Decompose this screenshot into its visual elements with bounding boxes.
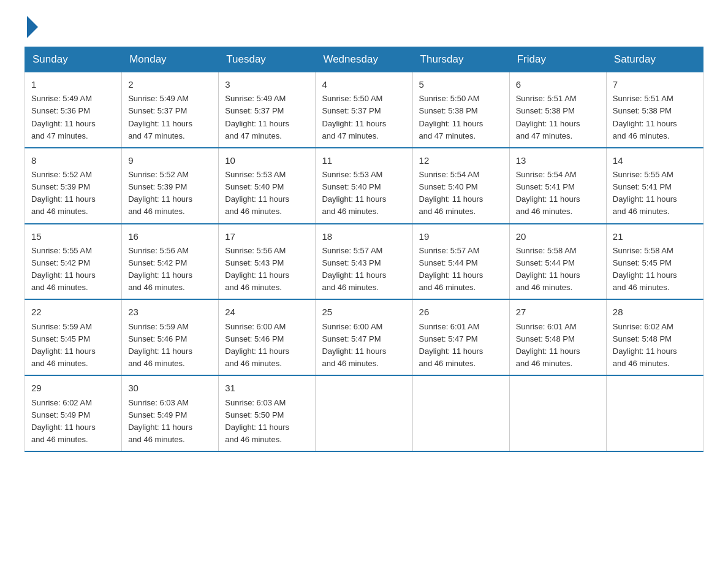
calendar-day-cell: 25Sunrise: 6:00 AMSunset: 5:47 PMDayligh…: [316, 299, 412, 375]
calendar-day-cell: 12Sunrise: 5:54 AMSunset: 5:40 PMDayligh…: [412, 148, 509, 224]
calendar-day-cell: 28Sunrise: 6:02 AMSunset: 5:48 PMDayligh…: [606, 299, 703, 375]
calendar-day-cell: [412, 375, 509, 451]
calendar-week-row: 22Sunrise: 5:59 AMSunset: 5:45 PMDayligh…: [25, 299, 703, 375]
day-number: 15: [31, 229, 115, 243]
day-number: 30: [128, 381, 212, 395]
day-details: Sunrise: 5:54 AMSunset: 5:41 PMDaylight:…: [516, 169, 600, 218]
calendar-day-cell: 29Sunrise: 6:02 AMSunset: 5:49 PMDayligh…: [25, 375, 122, 451]
day-number: 14: [613, 153, 697, 167]
day-of-week-header: Monday: [122, 47, 219, 72]
day-number: 5: [419, 77, 503, 91]
day-of-week-header: Saturday: [606, 47, 703, 72]
day-number: 26: [419, 305, 503, 319]
logo-triangle-icon: [27, 16, 38, 38]
day-details: Sunrise: 5:52 AMSunset: 5:39 PMDaylight:…: [31, 169, 115, 218]
day-details: Sunrise: 6:02 AMSunset: 5:48 PMDaylight:…: [613, 321, 697, 370]
calendar-day-cell: 17Sunrise: 5:56 AMSunset: 5:43 PMDayligh…: [219, 224, 316, 300]
day-number: 29: [31, 381, 115, 395]
calendar-day-cell: 8Sunrise: 5:52 AMSunset: 5:39 PMDaylight…: [25, 148, 122, 224]
day-number: 11: [322, 153, 406, 167]
day-details: Sunrise: 6:03 AMSunset: 5:49 PMDaylight:…: [128, 397, 212, 446]
calendar-day-cell: [509, 375, 606, 451]
day-number: 6: [516, 77, 600, 91]
day-number: 20: [516, 229, 600, 243]
day-details: Sunrise: 6:01 AMSunset: 5:48 PMDaylight:…: [516, 321, 600, 370]
calendar-day-cell: 6Sunrise: 5:51 AMSunset: 5:38 PMDaylight…: [509, 72, 606, 148]
day-of-week-header: Thursday: [412, 47, 509, 72]
calendar-day-cell: 15Sunrise: 5:55 AMSunset: 5:42 PMDayligh…: [25, 224, 122, 300]
calendar-table: SundayMondayTuesdayWednesdayThursdayFrid…: [25, 47, 703, 452]
page-header: [25, 18, 703, 34]
day-details: Sunrise: 5:56 AMSunset: 5:42 PMDaylight:…: [128, 245, 212, 294]
calendar-day-cell: 7Sunrise: 5:51 AMSunset: 5:38 PMDaylight…: [606, 72, 703, 148]
day-details: Sunrise: 5:49 AMSunset: 5:37 PMDaylight:…: [128, 93, 212, 142]
calendar-day-cell: 16Sunrise: 5:56 AMSunset: 5:42 PMDayligh…: [122, 224, 219, 300]
day-number: 17: [225, 229, 309, 243]
day-details: Sunrise: 5:59 AMSunset: 5:46 PMDaylight:…: [128, 321, 212, 370]
day-number: 10: [225, 153, 309, 167]
day-details: Sunrise: 6:03 AMSunset: 5:50 PMDaylight:…: [225, 397, 309, 446]
calendar-day-cell: 9Sunrise: 5:52 AMSunset: 5:39 PMDaylight…: [122, 148, 219, 224]
calendar-week-row: 8Sunrise: 5:52 AMSunset: 5:39 PMDaylight…: [25, 148, 703, 224]
day-details: Sunrise: 6:00 AMSunset: 5:47 PMDaylight:…: [322, 321, 406, 370]
day-number: 22: [31, 305, 115, 319]
day-number: 2: [128, 77, 212, 91]
day-of-week-header: Sunday: [25, 47, 122, 72]
day-number: 9: [128, 153, 212, 167]
calendar-day-cell: 23Sunrise: 5:59 AMSunset: 5:46 PMDayligh…: [122, 299, 219, 375]
day-number: 12: [419, 153, 503, 167]
day-number: 7: [613, 77, 697, 91]
day-of-week-header: Friday: [509, 47, 606, 72]
calendar-day-cell: 30Sunrise: 6:03 AMSunset: 5:49 PMDayligh…: [122, 375, 219, 451]
calendar-header-row: SundayMondayTuesdayWednesdayThursdayFrid…: [25, 47, 703, 72]
day-details: Sunrise: 5:57 AMSunset: 5:43 PMDaylight:…: [322, 245, 406, 294]
calendar-day-cell: 31Sunrise: 6:03 AMSunset: 5:50 PMDayligh…: [219, 375, 316, 451]
logo: [25, 18, 38, 34]
calendar-day-cell: [606, 375, 703, 451]
day-number: 31: [225, 381, 309, 395]
day-number: 23: [128, 305, 212, 319]
day-details: Sunrise: 5:59 AMSunset: 5:45 PMDaylight:…: [31, 321, 115, 370]
calendar-week-row: 15Sunrise: 5:55 AMSunset: 5:42 PMDayligh…: [25, 224, 703, 300]
day-details: Sunrise: 5:55 AMSunset: 5:42 PMDaylight:…: [31, 245, 115, 294]
day-number: 4: [322, 77, 406, 91]
calendar-week-row: 29Sunrise: 6:02 AMSunset: 5:49 PMDayligh…: [25, 375, 703, 451]
day-details: Sunrise: 5:53 AMSunset: 5:40 PMDaylight:…: [322, 169, 406, 218]
day-details: Sunrise: 5:57 AMSunset: 5:44 PMDaylight:…: [419, 245, 503, 294]
day-details: Sunrise: 5:51 AMSunset: 5:38 PMDaylight:…: [516, 93, 600, 142]
day-number: 25: [322, 305, 406, 319]
day-details: Sunrise: 5:53 AMSunset: 5:40 PMDaylight:…: [225, 169, 309, 218]
day-number: 3: [225, 77, 309, 91]
day-details: Sunrise: 5:50 AMSunset: 5:37 PMDaylight:…: [322, 93, 406, 142]
day-number: 1: [31, 77, 115, 91]
day-number: 16: [128, 229, 212, 243]
day-details: Sunrise: 5:54 AMSunset: 5:40 PMDaylight:…: [419, 169, 503, 218]
day-of-week-header: Wednesday: [316, 47, 412, 72]
day-details: Sunrise: 6:02 AMSunset: 5:49 PMDaylight:…: [31, 397, 115, 446]
day-details: Sunrise: 5:49 AMSunset: 5:37 PMDaylight:…: [225, 93, 309, 142]
day-details: Sunrise: 5:58 AMSunset: 5:44 PMDaylight:…: [516, 245, 600, 294]
calendar-day-cell: 2Sunrise: 5:49 AMSunset: 5:37 PMDaylight…: [122, 72, 219, 148]
calendar-day-cell: 22Sunrise: 5:59 AMSunset: 5:45 PMDayligh…: [25, 299, 122, 375]
calendar-day-cell: 11Sunrise: 5:53 AMSunset: 5:40 PMDayligh…: [316, 148, 412, 224]
calendar-day-cell: [316, 375, 412, 451]
day-details: Sunrise: 5:49 AMSunset: 5:36 PMDaylight:…: [31, 93, 115, 142]
day-of-week-header: Tuesday: [219, 47, 316, 72]
day-number: 18: [322, 229, 406, 243]
calendar-day-cell: 13Sunrise: 5:54 AMSunset: 5:41 PMDayligh…: [509, 148, 606, 224]
day-number: 28: [613, 305, 697, 319]
day-number: 27: [516, 305, 600, 319]
day-details: Sunrise: 5:52 AMSunset: 5:39 PMDaylight:…: [128, 169, 212, 218]
calendar-day-cell: 21Sunrise: 5:58 AMSunset: 5:45 PMDayligh…: [606, 224, 703, 300]
calendar-day-cell: 27Sunrise: 6:01 AMSunset: 5:48 PMDayligh…: [509, 299, 606, 375]
calendar-day-cell: 14Sunrise: 5:55 AMSunset: 5:41 PMDayligh…: [606, 148, 703, 224]
day-details: Sunrise: 5:55 AMSunset: 5:41 PMDaylight:…: [613, 169, 697, 218]
calendar-day-cell: 18Sunrise: 5:57 AMSunset: 5:43 PMDayligh…: [316, 224, 412, 300]
calendar-day-cell: 3Sunrise: 5:49 AMSunset: 5:37 PMDaylight…: [219, 72, 316, 148]
calendar-day-cell: 5Sunrise: 5:50 AMSunset: 5:38 PMDaylight…: [412, 72, 509, 148]
calendar-week-row: 1Sunrise: 5:49 AMSunset: 5:36 PMDaylight…: [25, 72, 703, 148]
day-number: 13: [516, 153, 600, 167]
calendar-day-cell: 24Sunrise: 6:00 AMSunset: 5:46 PMDayligh…: [219, 299, 316, 375]
calendar-day-cell: 19Sunrise: 5:57 AMSunset: 5:44 PMDayligh…: [412, 224, 509, 300]
day-number: 19: [419, 229, 503, 243]
